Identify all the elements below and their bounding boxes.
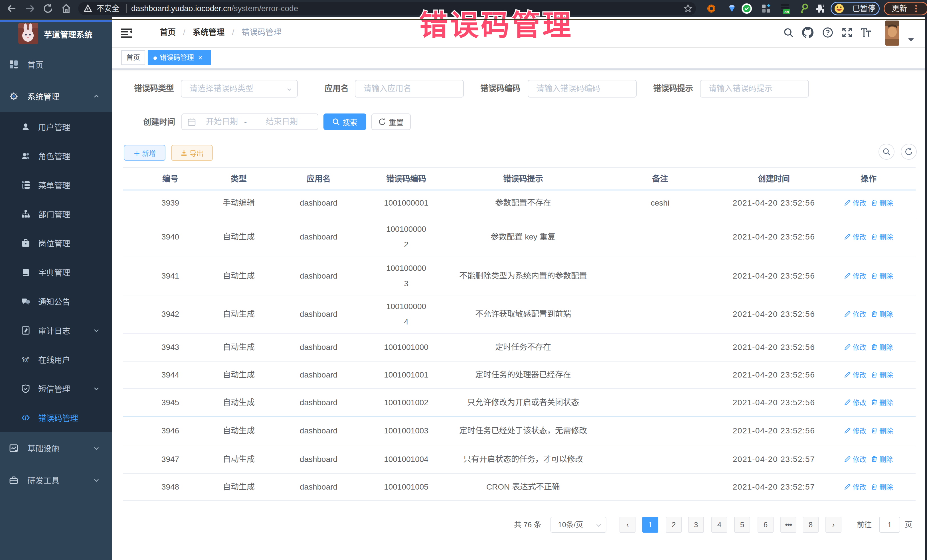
svg-text:(0): (0) — [23, 358, 29, 363]
svg-text:on: on — [784, 10, 789, 14]
